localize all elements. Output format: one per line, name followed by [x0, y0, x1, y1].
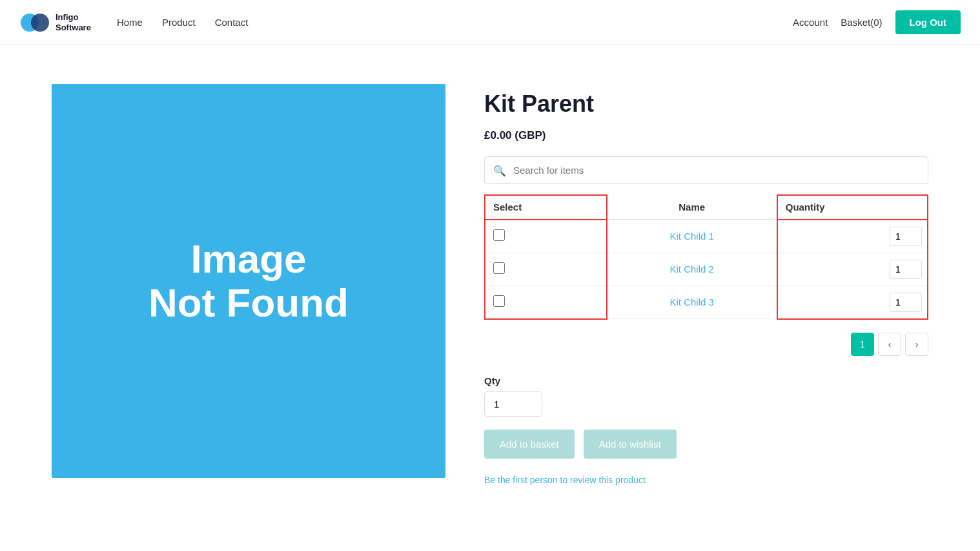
logout-button[interactable]: Log Out [895, 10, 961, 34]
main-content: Image Not Found Kit Parent £0.00 (GBP) 🔍… [0, 45, 980, 525]
image-not-found-text: Image Not Found [148, 237, 349, 325]
search-icon: 🔍 [493, 164, 506, 176]
product-price: £0.00 (GBP) [484, 129, 928, 142]
action-buttons: Add to basket Add to wishlist [484, 430, 928, 459]
brand-name: Infigo Software [56, 12, 91, 32]
kit-child-qty-input[interactable] [890, 227, 922, 246]
kit-child-name: Kit Child 3 [607, 286, 777, 319]
add-to-wishlist-button[interactable]: Add to wishlist [584, 430, 677, 459]
nav-product[interactable]: Product [162, 14, 196, 31]
col-header-name: Name [607, 195, 777, 220]
qty-label: Qty [484, 375, 928, 386]
header-right: Account Basket(0) Log Out [793, 10, 961, 34]
kit-child-qty-cell [777, 253, 928, 286]
page-1-button[interactable]: 1 [851, 333, 874, 356]
col-header-quantity: Quantity [777, 195, 928, 220]
nav-contact[interactable]: Contact [215, 14, 249, 31]
col-header-select: Select [485, 195, 607, 220]
kit-child-qty-input[interactable] [890, 260, 922, 279]
product-title: Kit Parent [484, 90, 928, 118]
product-details: Kit Parent £0.00 (GBP) 🔍 Select Name Qua… [484, 84, 928, 486]
kit-table: Select Name Quantity Kit Child 1Kit Chil… [484, 194, 928, 320]
table-header-row: Select Name Quantity [485, 195, 928, 220]
logo[interactable]: Infigo Software [19, 7, 91, 38]
qty-input[interactable] [484, 391, 542, 417]
qty-section: Qty [484, 375, 928, 417]
select-checkbox[interactable] [493, 295, 505, 307]
review-link[interactable]: Be the first person to review this produ… [484, 475, 646, 485]
kit-child-qty-cell [777, 286, 928, 319]
site-header: Infigo Software Home Product Contact Acc… [0, 0, 980, 45]
add-to-basket-button[interactable]: Add to basket [484, 430, 575, 459]
search-container: 🔍 [484, 156, 928, 184]
select-checkbox[interactable] [493, 229, 505, 241]
table-row: Kit Child 3 [485, 286, 928, 319]
page-prev-button[interactable]: ‹ [878, 333, 901, 356]
nav-home[interactable]: Home [117, 14, 143, 31]
main-nav: Home Product Contact [117, 14, 793, 31]
table-row: Kit Child 2 [485, 253, 928, 286]
kit-child-name: Kit Child 1 [607, 220, 777, 253]
kit-child-qty-input[interactable] [890, 293, 922, 312]
svg-point-1 [31, 14, 49, 32]
kit-child-qty-cell [777, 220, 928, 253]
account-link[interactable]: Account [793, 17, 828, 28]
basket-link[interactable]: Basket(0) [841, 17, 882, 28]
page-next-button[interactable]: › [905, 333, 928, 356]
pagination: 1 ‹ › [484, 333, 928, 356]
product-image: Image Not Found [52, 84, 445, 478]
table-row: Kit Child 1 [485, 220, 928, 253]
select-checkbox[interactable] [493, 262, 505, 274]
kit-child-name: Kit Child 2 [607, 253, 777, 286]
search-input[interactable] [484, 156, 928, 184]
